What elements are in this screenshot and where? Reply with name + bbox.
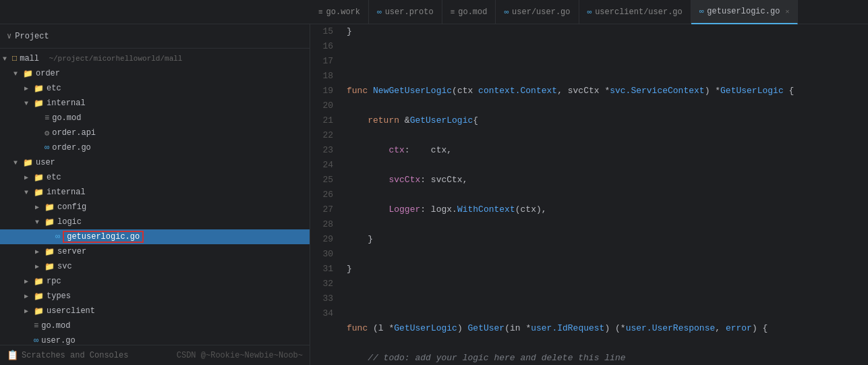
main-layout: ∨ Project ▼ □ mall ~/project/micorhellow… — [0, 24, 868, 365]
tree-item-order-internal-label: internal — [47, 99, 86, 108]
code-content: } func NewGetUserLogic(ctx context.Conte… — [341, 24, 868, 365]
tree-item-user-gomod[interactable]: ▶ ≡ go.mod — [0, 318, 310, 333]
arrow-icon: ▶ — [35, 248, 45, 256]
arrow-icon: ▼ — [13, 70, 23, 78]
user-go-icon: ∞ — [504, 8, 509, 16]
tab-close-icon[interactable]: ✕ — [785, 7, 789, 16]
tree-item-order-go-label: order.go — [52, 143, 91, 152]
tree-item-order-gomod[interactable]: ▶ ≡ go.mod — [0, 111, 310, 125]
tree-item-userclient-label: userclient — [47, 306, 95, 316]
sidebar-header: ∨ Project — [0, 24, 310, 49]
tab-go-mod[interactable]: ≡ go.mod — [442, 0, 496, 24]
arrow-icon: ▼ — [13, 159, 23, 167]
tree-item-order-go[interactable]: ▶ ∞ order.go — [0, 140, 310, 155]
go-file-icon: ∞ — [55, 232, 60, 242]
arrow-icon: ▶ — [24, 84, 34, 92]
tree-item-user-go[interactable]: ▶ ∞ user.go — [0, 333, 310, 345]
tree-item-order-etc[interactable]: ▶ 📁 etc — [0, 81, 310, 96]
tab-user-proto-label: user.proto — [385, 7, 434, 17]
sidebar-tree[interactable]: ▼ □ mall ~/project/micorhelloworld/mall … — [0, 49, 310, 345]
tree-item-server[interactable]: ▶ 📁 server — [0, 244, 310, 259]
watermark: CSDN @~Rookie~Newbie~Noob~ — [177, 351, 303, 360]
tree-item-user-label: user — [36, 158, 55, 167]
tab-user-go-label: user/user.go — [512, 7, 570, 17]
arrow-icon: ▶ — [24, 173, 34, 181]
arrow-icon: ▼ — [35, 219, 45, 226]
scratches-label: Scratches and Consoles — [22, 351, 128, 360]
tab-getuserlogic-go[interactable]: ∞ getuserlogic.go ✕ — [691, 0, 799, 24]
tree-item-user-etc[interactable]: ▶ 📁 etc — [0, 170, 310, 185]
tab-bar: ≡ go.work ∞ user.proto ≡ go.mod ∞ user/u… — [0, 0, 868, 24]
tree-item-user-go-label: user.go — [41, 336, 75, 345]
tree-item-userclient[interactable]: ▶ 📁 userclient — [0, 304, 310, 318]
arrow-icon: ▶ — [24, 307, 34, 315]
tree-item-user-config-label: config — [57, 202, 86, 212]
sidebar: ∨ Project ▼ □ mall ~/project/micorhellow… — [0, 24, 310, 365]
file-icon: ≡ — [45, 113, 49, 123]
folder-icon: 📁 — [34, 306, 44, 316]
go-file-icon: ∞ — [45, 143, 49, 152]
folder-icon: 📁 — [45, 247, 55, 257]
user-proto-icon: ∞ — [377, 8, 382, 16]
tree-item-svc-label: svc — [57, 262, 72, 271]
tree-item-svc[interactable]: ▶ 📁 svc — [0, 259, 310, 274]
line-numbers: 15 16 17 18 19 20 21 22 23 24 25 26 27 2… — [310, 24, 341, 365]
tree-item-order-label: order — [36, 69, 60, 78]
tree-item-user-internal[interactable]: ▼ 📁 internal — [0, 185, 310, 200]
tree-item-server-label: server — [57, 247, 86, 256]
code-container[interactable]: 15 16 17 18 19 20 21 22 23 24 25 26 27 2… — [310, 24, 868, 365]
tree-item-order-api[interactable]: ▶ ⚙ order.api — [0, 125, 310, 140]
arrow-icon: ▼ — [3, 55, 12, 63]
tree-item-order-internal[interactable]: ▼ 📁 internal — [0, 96, 310, 111]
folder-icon: 📁 — [34, 291, 44, 302]
tree-item-getuserlogic-label: getuserlogic.go — [63, 231, 144, 243]
arrow-icon: ▶ — [24, 292, 34, 300]
folder-icon: 📁 — [34, 277, 44, 287]
folder-icon: 📁 — [34, 173, 44, 183]
folder-icon: 📁 — [34, 99, 44, 109]
tree-item-rpc[interactable]: ▶ 📁 rpc — [0, 274, 310, 289]
tree-item-mall-label: mall ~/project/micorhelloworld/mall — [20, 54, 182, 63]
file-icon: ≡ — [34, 321, 38, 331]
tree-item-user-etc-label: etc — [47, 173, 61, 182]
tree-item-order-gomod-label: go.mod — [52, 113, 81, 123]
tab-userclient-go[interactable]: ∞ userclient/user.go — [579, 0, 691, 24]
folder-icon: 📁 — [34, 84, 44, 94]
folder-icon: 📁 — [23, 69, 33, 79]
tab-go-work-label: go.work — [326, 7, 360, 17]
scratches-icon: 📋 — [7, 349, 18, 361]
tree-item-types[interactable]: ▶ 📁 types — [0, 289, 310, 304]
api-icon: ⚙ — [45, 128, 49, 138]
tree-item-order-api-label: order.api — [52, 128, 96, 138]
scratches-section[interactable]: 📋 Scratches and Consoles — [7, 349, 128, 361]
tab-getuserlogic-go-label: getuserlogic.go — [707, 7, 780, 16]
arrow-icon: ▼ — [24, 100, 34, 107]
tree-item-user-logic-label: logic — [57, 217, 82, 227]
tab-user-proto[interactable]: ∞ user.proto — [369, 0, 442, 24]
tree-item-user-config[interactable]: ▶ 📁 config — [0, 200, 310, 215]
folder-icon: □ — [12, 54, 17, 63]
userclient-go-icon: ∞ — [587, 8, 592, 16]
tab-go-mod-label: go.mod — [458, 7, 487, 17]
tab-userclient-go-label: userclient/user.go — [595, 7, 683, 17]
editor-area: 15 16 17 18 19 20 21 22 23 24 25 26 27 2… — [310, 24, 868, 365]
arrow-icon: ▶ — [24, 277, 34, 285]
folder-icon: 📁 — [45, 202, 55, 213]
tree-item-order-etc-label: etc — [47, 84, 61, 93]
arrow-icon: ▼ — [24, 189, 34, 196]
folder-icon: 📁 — [45, 262, 55, 272]
tree-item-getuserlogic[interactable]: ▶ ∞ getuserlogic.go — [0, 229, 310, 244]
tab-user-go[interactable]: ∞ user/user.go — [496, 0, 579, 24]
folder-icon: 📁 — [34, 188, 44, 198]
tree-item-rpc-label: rpc — [47, 277, 61, 286]
folder-icon: 📁 — [45, 217, 55, 227]
tree-item-order[interactable]: ▼ 📁 order — [0, 66, 310, 81]
tree-item-user-gomod-label: go.mod — [41, 321, 70, 331]
getuserlogic-go-icon: ∞ — [699, 7, 704, 16]
project-title: Project — [15, 32, 49, 41]
tab-go-work[interactable]: ≡ go.work — [310, 0, 369, 24]
tree-item-user-logic[interactable]: ▼ 📁 logic — [0, 215, 310, 229]
project-chevron-icon: ∨ — [7, 31, 11, 41]
tree-item-mall[interactable]: ▼ □ mall ~/project/micorhelloworld/mall — [0, 51, 310, 66]
tree-item-user[interactable]: ▼ 📁 user — [0, 155, 310, 170]
